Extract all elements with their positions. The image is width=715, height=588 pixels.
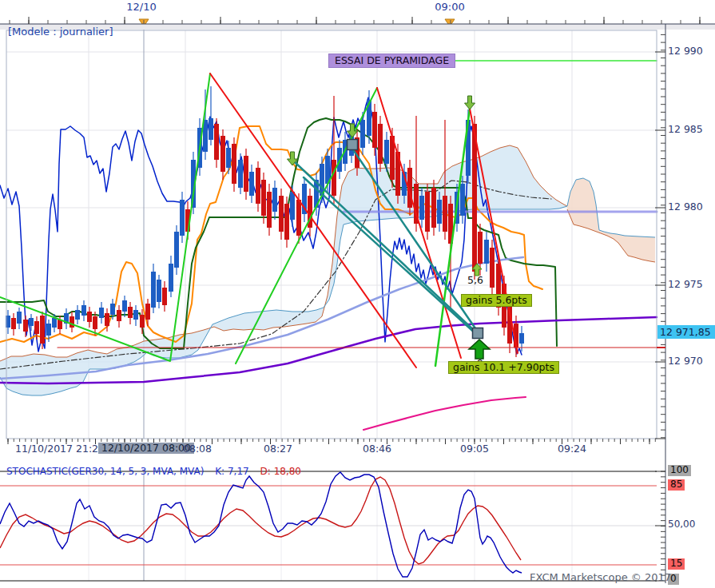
price-label-12975: 12 975 bbox=[668, 279, 703, 290]
stochastic-indicator-label[interactable]: STOCHASTIC(GER30, 14, 5, 3, MVA, MVA) K:… bbox=[6, 467, 301, 478]
stoch-d-line bbox=[0, 477, 521, 564]
trade-node-icon bbox=[348, 140, 358, 150]
price-label-12980: 12 980 bbox=[668, 201, 703, 213]
stoch-level-85: 85 bbox=[668, 479, 685, 491]
layer-grid bbox=[6, 24, 657, 581]
gain-badge-2[interactable]: gains 10.1 +7.90pts bbox=[448, 361, 559, 374]
points-label-1: 5,6 bbox=[467, 275, 483, 286]
time-label-2: 08:08 bbox=[183, 443, 212, 455]
stoch-k-line bbox=[0, 472, 522, 577]
price-chart-canvas[interactable] bbox=[0, 0, 715, 588]
time-label-session-start: 12/10/2017 08:00 bbox=[98, 443, 194, 454]
time-label-0: 11/10/2017 21:26 bbox=[15, 443, 105, 455]
line-magenta_curve bbox=[363, 397, 526, 430]
stoch-level-100: 100 bbox=[668, 465, 691, 476]
time-label-4: 08:46 bbox=[363, 443, 391, 455]
layer-back bbox=[0, 61, 657, 430]
trading-platform-window: 12/10 09:00 [Modele : journalier] ESSAI … bbox=[0, 0, 715, 588]
layer-front bbox=[0, 74, 657, 368]
pyramiding-annotation[interactable]: ESSAI DE PYRAMIDAGE bbox=[328, 54, 455, 68]
time-label-3: 08:27 bbox=[264, 443, 292, 455]
trade-node-icon bbox=[473, 328, 483, 339]
top-period-label-1: 12/10 bbox=[126, 2, 156, 14]
watermark: FXCM Marketscope © 2017 bbox=[530, 572, 671, 584]
gain-badge-1[interactable]: gains 5.6pts bbox=[461, 294, 532, 307]
big-buy-arrow-icon bbox=[469, 340, 490, 359]
stoch-level-50: 50,00 bbox=[668, 519, 695, 530]
price-label-12970: 12 970 bbox=[668, 356, 703, 367]
sell-arrow-icon bbox=[465, 96, 475, 109]
current-price-badge: 12 971,85 bbox=[657, 325, 715, 339]
layer-axes bbox=[0, 17, 715, 583]
stochastic-title: STOCHASTIC(GER30, 14, 5, 3, MVA, MVA) bbox=[6, 466, 204, 477]
layer-stoch bbox=[0, 471, 665, 581]
time-label-6: 09:24 bbox=[558, 443, 586, 455]
price-label-12990: 12 990 bbox=[668, 46, 703, 57]
stoch-level-15: 15 bbox=[668, 558, 685, 570]
model-annotation[interactable]: [Modele : journalier] bbox=[8, 26, 113, 38]
line-kijun_orange bbox=[0, 126, 542, 342]
stochastic-k-value: K: 7,17 bbox=[215, 466, 248, 477]
price-label-12985: 12 985 bbox=[668, 124, 703, 135]
time-label-5: 09:05 bbox=[460, 443, 489, 455]
stochastic-d-value: D: 18,80 bbox=[260, 466, 301, 477]
top-period-label-2: 09:00 bbox=[435, 2, 464, 14]
